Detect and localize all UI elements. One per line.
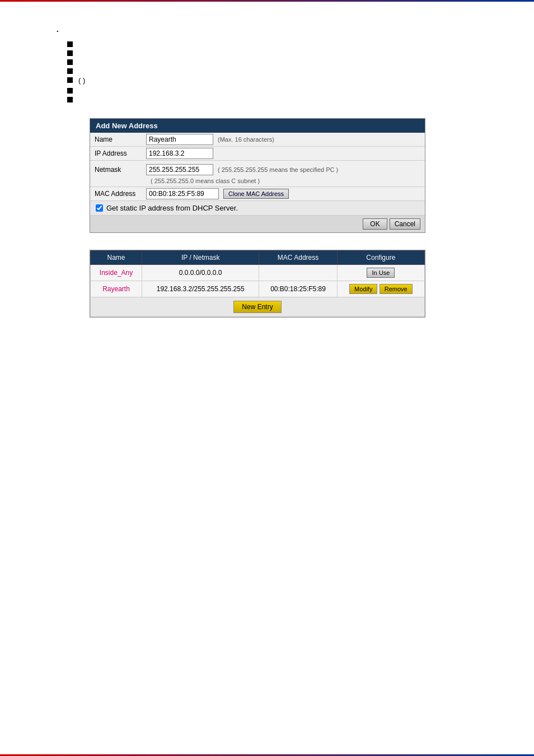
mac-input[interactable] [146,188,219,199]
form-button-row: OK Cancel [90,216,425,232]
bullet-item-1 [67,40,512,47]
new-entry-cell: New Entry [91,297,425,317]
rayearth-mac: 00:B0:18:25:F5:89 [259,281,337,297]
mac-label: MAC Address [90,187,146,200]
rayearth-ip: 192.168.3.2/255.255.255.255 [142,281,259,297]
name-hint: (Max. 16 characters) [218,136,274,143]
col-configure: Configure [337,251,424,265]
in-use-button[interactable]: In Use [367,268,395,278]
remove-button[interactable]: Remove [380,284,413,294]
mac-address-row: MAC Address Clone MAC Address [90,187,425,201]
bullet-square-icon-3 [67,59,73,65]
bullet-item-4 [67,67,512,74]
dhcp-row: Get static IP address from DHCP Server. [90,201,425,216]
bullet-square-icon [67,41,73,47]
address-table-container: Name IP / Netmask MAC Address Configure … [90,250,425,318]
bullet-text-5: ( ) [78,76,85,85]
cancel-button[interactable]: Cancel [390,218,420,230]
name-row: Name (Max. 16 characters) [90,133,425,147]
name-label: Name [90,133,146,146]
form-title: Add New Address [90,119,425,133]
inside-any-mac [259,265,337,281]
bullet-item-5: ( ) [67,76,512,85]
address-table: Name IP / Netmask MAC Address Configure … [90,250,425,317]
bullet-item-6 [67,87,512,94]
rayearth-configure: Modify Remove [337,281,424,297]
netmask-row: Netmask ( 255.255.255.255 means the spec… [90,161,425,187]
ok-button[interactable]: OK [363,218,387,230]
netmask-input[interactable] [146,164,213,175]
clone-mac-button[interactable]: Clone MAC Address [223,189,289,199]
inside-any-configure: In Use [337,265,424,281]
ip-address-row: IP Address [90,147,425,161]
ip-input[interactable] [146,148,213,159]
table-header-row: Name IP / Netmask MAC Address Configure [91,251,425,265]
ip-label: IP Address [90,147,146,160]
col-ip-netmask: IP / Netmask [142,251,259,265]
col-mac-address: MAC Address [259,251,337,265]
modify-button[interactable]: Modify [349,284,377,294]
col-name: Name [91,251,142,265]
rayearth-name: Rayearth [91,281,142,297]
table-row: Inside_Any 0.0.0.0/0.0.0.0 In Use [91,265,425,281]
inside-any-ip: 0.0.0.0/0.0.0.0 [142,265,259,281]
bullet-square-icon-4 [67,68,73,74]
inside-any-name: Inside_Any [91,265,142,281]
bullet-square-icon-7 [67,97,73,102]
dhcp-label: Get static IP address from DHCP Server. [106,204,238,212]
bullet-section: · ( ) [22,24,512,105]
bullet-square-icon-6 [67,88,73,94]
bullet-item-2 [67,49,512,56]
bullet-dot: · [56,24,512,37]
new-entry-row: New Entry [91,297,425,317]
bullet-item-7 [67,96,512,102]
netmask-hint2: ( 255.255.255.0 means class C subnet ) [151,178,260,184]
dhcp-checkbox[interactable] [96,204,103,212]
netmask-label: Netmask [90,163,146,176]
bullet-square-icon-5 [67,77,73,83]
add-new-address-form: Add New Address Name (Max. 16 characters… [90,118,425,233]
new-entry-button[interactable]: New Entry [233,301,281,313]
table-row: Rayearth 192.168.3.2/255.255.255.255 00:… [91,281,425,297]
netmask-hint1: ( 255.255.255.255 means the specified PC… [218,166,338,173]
bullet-item-3 [67,58,512,65]
bullet-square-icon-2 [67,50,73,56]
name-input[interactable] [146,134,213,145]
